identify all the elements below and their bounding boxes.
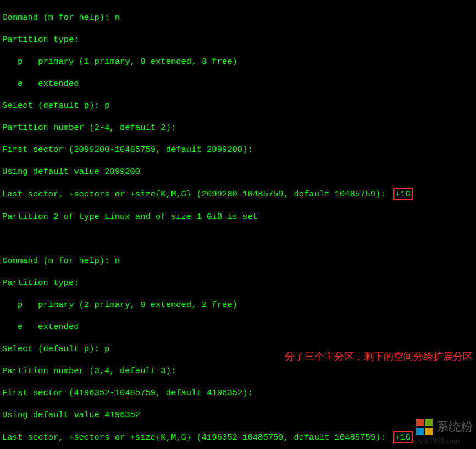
cmd-line-2[interactable]: Command (m for help): n: [2, 255, 474, 266]
cmd-input: n: [115, 13, 120, 23]
ptype-header: Partition type:: [2, 277, 474, 288]
partition-result: Partition 2 of type Linux and of size 1 …: [2, 211, 474, 222]
watermark-url: www.win7999.com: [399, 437, 460, 446]
prompt-text: Command (m for help):: [2, 256, 115, 266]
microsoft-logo-icon: [416, 418, 433, 436]
ptype-extended: e extended: [2, 78, 474, 89]
blank-line: [2, 233, 474, 244]
last-sector-line[interactable]: Last sector, +sectors or +size{K,M,G} (2…: [2, 188, 474, 200]
first-sector[interactable]: First sector (4196352-10485759, default …: [2, 387, 474, 398]
last-sector-input-highlight: +1G: [393, 188, 413, 200]
select-input: p: [104, 344, 109, 354]
logo-square-br: [425, 428, 433, 435]
annotation-text: 分了三个主分区，剩下的空间分给扩展分区: [285, 351, 473, 362]
last-sector-prompt: Last sector, +sectors or +size{K,M,G} (2…: [2, 189, 391, 199]
partition-number[interactable]: Partition number (3,4, default 3):: [2, 365, 474, 376]
logo-square-tr: [425, 419, 433, 426]
ptype-header: Partition type:: [2, 34, 474, 45]
select-line[interactable]: Select (default p): p: [2, 100, 474, 111]
ptype-extended: e extended: [2, 321, 474, 332]
partition-number[interactable]: Partition number (2-4, default 2):: [2, 122, 474, 133]
select-prompt: Select (default p):: [2, 344, 104, 354]
logo-square-bl: [416, 428, 424, 435]
prompt-text: Command (m for help):: [2, 13, 115, 23]
using-default: Using default value 4196352: [2, 409, 474, 420]
first-sector[interactable]: First sector (2099200-10485759, default …: [2, 144, 474, 155]
watermark-text: 系统粉: [436, 419, 473, 435]
cmd-input: n: [115, 256, 120, 266]
ptype-primary: p primary (2 primary, 0 extended, 2 free…: [2, 299, 474, 310]
last-sector-prompt: Last sector, +sectors or +size{K,M,G} (4…: [2, 432, 391, 442]
cmd-line-1[interactable]: Command (m for help): n: [2, 12, 474, 23]
select-prompt: Select (default p):: [2, 101, 104, 111]
terminal-output: Command (m for help): n Partition type: …: [0, 0, 476, 449]
ptype-primary: p primary (1 primary, 0 extended, 3 free…: [2, 56, 474, 67]
select-input: p: [104, 101, 109, 111]
watermark: 系统粉: [416, 418, 473, 436]
using-default: Using default value 2099200: [2, 166, 474, 177]
logo-square-tl: [416, 419, 424, 426]
